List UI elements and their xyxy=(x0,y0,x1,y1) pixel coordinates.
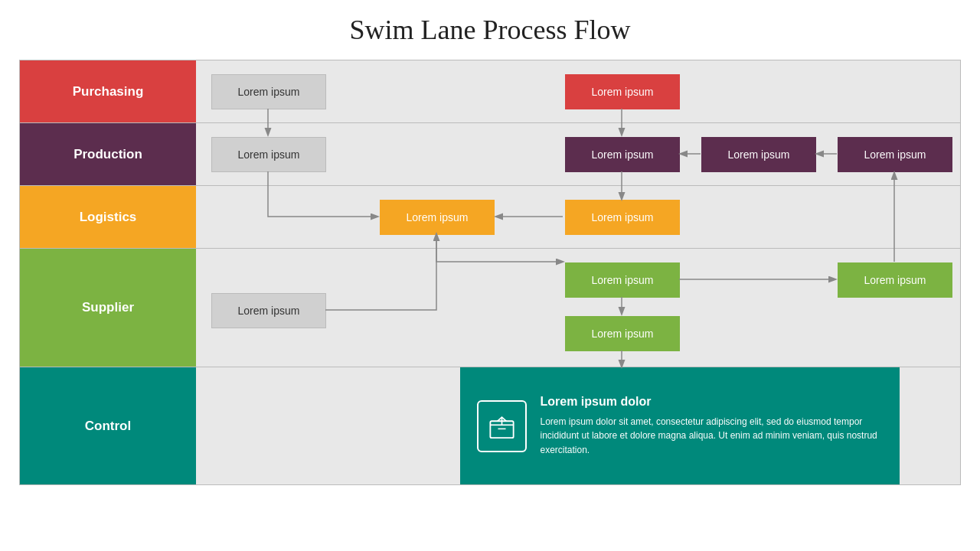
purchasing-content: Lorem ipsum Lorem ipsum xyxy=(196,60,960,122)
supplier-box-2: Lorem ipsum xyxy=(565,262,680,298)
production-box-2: Lorem ipsum xyxy=(565,137,680,172)
purchasing-box-1: Lorem ipsum xyxy=(211,74,326,109)
supplier-content: Lorem ipsum Lorem ipsum Lorem ipsum Lore… xyxy=(196,249,960,367)
supplier-label: Supplier xyxy=(20,249,196,367)
logistics-box-1: Lorem ipsum xyxy=(380,200,495,235)
purchasing-label: Purchasing xyxy=(20,60,196,122)
swim-lane-diagram: Purchasing Lorem ipsum Lorem ipsum Produ… xyxy=(19,60,961,485)
control-label: Control xyxy=(20,367,196,484)
supplier-box-4: Lorem ipsum xyxy=(838,262,952,298)
lane-control: Control xyxy=(19,367,961,485)
control-icon-box xyxy=(477,400,527,452)
supplier-box-1: Lorem ipsum xyxy=(211,293,326,328)
supplier-box-3: Lorem ipsum xyxy=(565,316,680,351)
production-content: Lorem ipsum Lorem ipsum Lorem ipsum Lore… xyxy=(196,123,960,185)
logistics-label: Logistics xyxy=(20,186,196,248)
page-title: Swim Lane Process Flow xyxy=(350,14,631,46)
lane-logistics: Logistics Lorem ipsum Lorem ipsum xyxy=(19,185,961,248)
logistics-content: Lorem ipsum Lorem ipsum xyxy=(196,186,960,248)
package-icon xyxy=(488,409,516,443)
control-teal-content: Lorem ipsum dolor Lorem ipsum dolor sit … xyxy=(460,367,900,484)
control-text-block: Lorem ipsum dolor Lorem ipsum dolor sit … xyxy=(541,395,883,458)
lane-purchasing: Purchasing Lorem ipsum Lorem ipsum xyxy=(19,60,961,122)
lane-production: Production Lorem ipsum Lorem ipsum Lorem… xyxy=(19,122,961,185)
production-label: Production xyxy=(20,123,196,185)
production-box-1: Lorem ipsum xyxy=(211,137,326,172)
logistics-box-2: Lorem ipsum xyxy=(565,200,680,235)
control-box-body: Lorem ipsum dolor sit amet, consectetur … xyxy=(541,415,883,458)
control-empty-right xyxy=(900,367,961,484)
lane-supplier: Supplier Lorem ipsum Lorem ipsum Lorem i… xyxy=(19,248,961,367)
production-box-3: Lorem ipsum xyxy=(701,137,816,172)
page: Swim Lane Process Flow Purchasing Lorem … xyxy=(0,0,980,551)
control-box-title: Lorem ipsum dolor xyxy=(541,395,883,409)
control-empty xyxy=(196,367,460,484)
purchasing-box-2: Lorem ipsum xyxy=(565,74,680,109)
production-box-4: Lorem ipsum xyxy=(838,137,952,172)
